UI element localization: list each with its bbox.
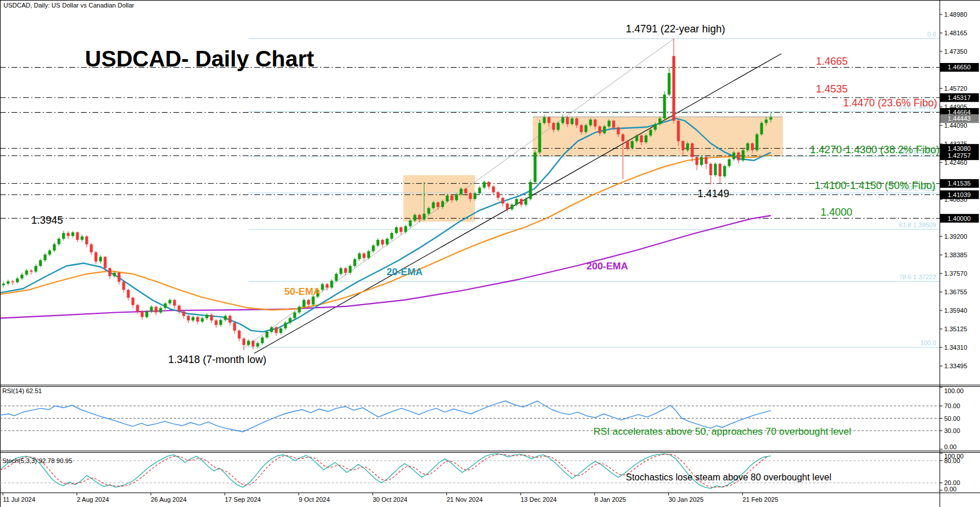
- stoch-k-line: [0, 454, 771, 489]
- rsi-axis-label: 70.00: [944, 402, 960, 409]
- price-axis-label: 1.48980: [944, 11, 967, 18]
- ema200-label: 200-EMA: [586, 261, 628, 272]
- time-axis-label: 26 Aug 2024: [151, 496, 187, 503]
- annotation-7-month-low: 1.3418 (7-month low): [168, 354, 266, 366]
- time-axis-label: 21 Nov 2024: [447, 496, 482, 503]
- time-axis-label: 30 Oct 2024: [373, 496, 407, 503]
- stoch-indicator-label: Stoch(5,3,3) 92.78 90.95: [2, 457, 72, 464]
- stoch-axis-label: 0.00: [944, 486, 956, 493]
- annotation-high-13945: 1.3945: [31, 214, 63, 227]
- annotation-resistance-14470-fibo: 1.4470 (23.6% Fibo): [843, 97, 937, 109]
- consolidation-zone: [403, 175, 475, 221]
- rsi-annotation: RSI accelerates above 50, approaches 70 …: [593, 426, 851, 438]
- rsi-axis-label: 50.00: [944, 415, 960, 422]
- time-axis-label: 30 Jan 2025: [669, 496, 704, 503]
- time-axis-label: 2 Aug 2024: [77, 496, 109, 503]
- annotation-support-14270-fibo: 1.4270-1.4300 (38.2% Fibo): [810, 144, 940, 156]
- rsi-indicator-label: RSI(14) 62.51: [2, 387, 42, 394]
- time-axis-label: 21 Feb 2025: [743, 496, 778, 503]
- price-axis-label: 1.37570: [944, 270, 967, 277]
- price-axis-label: 1.44090: [944, 122, 967, 129]
- price-level-badge-text: 1.45317: [948, 94, 971, 101]
- time-axis-label: 9 Oct 2024: [299, 496, 330, 503]
- price-level-badge-text: 1.40000: [948, 215, 971, 222]
- price-axis-label: 1.33495: [944, 362, 967, 369]
- annotation-support-14100-fibo: 1.4100-1.4150 (50% Fibo): [815, 180, 936, 192]
- price-level-badge-text: 1.41535: [948, 180, 971, 187]
- time-axis-label: 11 Jul 2024: [3, 496, 35, 503]
- price-axis-label: 1.47350: [944, 48, 967, 55]
- price-axis-label: 1.38385: [944, 251, 967, 258]
- consolidation-zone: [533, 117, 783, 157]
- rsi-axis-label: 0.00: [944, 443, 956, 450]
- chart-big-title: USDCAD- Daily Chart: [85, 46, 314, 72]
- annotation-resistance-14665: 1.4665: [816, 55, 848, 68]
- price-level-badge-text: 1.41039: [948, 191, 971, 198]
- ema50-label: 50-EMA: [284, 286, 320, 298]
- price-axis-label: 1.48165: [944, 29, 967, 36]
- time-axis-label: 13 Dec 2024: [521, 496, 556, 503]
- price-axis-label: 1.45720: [944, 85, 967, 92]
- chart-window: 0.023.6 1.4470738.2 1.4272050.0 1.411156…: [0, 0, 980, 507]
- annotation-low-14149: 1.4149: [697, 188, 729, 200]
- window-title: USDCAD, Daily: US Dollar vs Canadian Dol…: [3, 2, 134, 9]
- time-axis-label: 17 Sep 2024: [225, 496, 261, 503]
- current-price-text: 1.44443: [948, 115, 971, 122]
- time-axis-label: 8 Jan 2025: [595, 496, 626, 503]
- stoch-axis-label: 80.00: [944, 457, 960, 464]
- annotation-22-year-high: 1.4791 (22-year high): [626, 23, 725, 35]
- ema50-line: [0, 155, 771, 310]
- fibo-label: 100.0: [920, 339, 936, 346]
- rsi-axis-label: 30.00: [944, 427, 960, 434]
- annotation-support-14000: 1.4000: [821, 206, 852, 219]
- price-axis-label: 1.34310: [944, 344, 967, 351]
- rsi-axis-label: 100.00: [944, 387, 964, 394]
- fibo-label: 78.6 1.37222: [899, 273, 936, 280]
- price-axis-label: 1.39200: [944, 233, 967, 240]
- price-axis-label: 1.35125: [944, 325, 967, 332]
- fibo-label: 61.8 1.39509: [899, 221, 936, 228]
- price-level-badge-text: 1.43080: [948, 145, 971, 152]
- fibo-label: 0.0: [927, 31, 936, 38]
- price-level-badge-text: 1.46650: [948, 64, 971, 71]
- price-axis-label: 1.35940: [944, 307, 967, 314]
- stoch-annotation: Stochastics lose steam above 80 overboug…: [626, 472, 831, 483]
- price-axis-label: 1.36755: [944, 288, 967, 295]
- price-level-badge-text: 1.42757: [948, 152, 971, 159]
- annotation-resistance-14535: 1.4535: [816, 83, 848, 95]
- ema20-label: 20-EMA: [387, 267, 422, 278]
